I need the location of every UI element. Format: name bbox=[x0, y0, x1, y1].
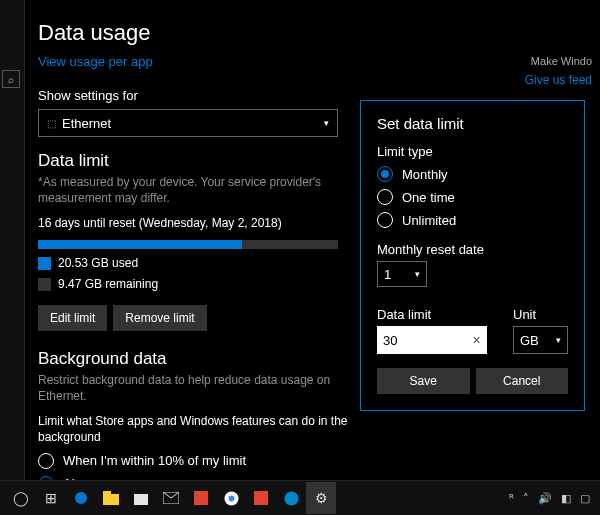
remaining-label: 9.47 GB remaining bbox=[58, 277, 158, 291]
svg-rect-3 bbox=[134, 494, 148, 505]
svg-rect-1 bbox=[103, 494, 119, 505]
corner-links: Make Windo Give us feed bbox=[525, 55, 592, 87]
edge-icon[interactable] bbox=[66, 482, 96, 514]
used-swatch bbox=[38, 257, 51, 270]
svg-point-0 bbox=[75, 492, 87, 504]
reset-date-value: 1 bbox=[384, 267, 391, 282]
radio-icon-selected bbox=[377, 166, 393, 182]
chevron-down-icon: ▾ bbox=[556, 335, 561, 345]
bg-limit-label: Limit what Store apps and Windows featur… bbox=[38, 414, 358, 445]
dialog-title: Set data limit bbox=[377, 115, 568, 132]
usage-progress-bar bbox=[38, 240, 338, 249]
volume-icon[interactable]: 🔊 bbox=[538, 492, 552, 505]
file-explorer-icon[interactable] bbox=[96, 482, 126, 514]
task-view-icon[interactable]: ⊞ bbox=[36, 482, 66, 514]
radio-icon bbox=[377, 212, 393, 228]
limit-type-monthly[interactable]: Monthly bbox=[377, 166, 568, 182]
taskbar: ◯ ⊞ ⚙ ᴿ ˄ 🔊 ◧ ▢ bbox=[0, 480, 600, 515]
usage-progress-fill bbox=[38, 240, 242, 249]
system-tray[interactable]: ᴿ ˄ 🔊 ◧ ▢ bbox=[509, 492, 590, 505]
todoist-icon[interactable] bbox=[246, 482, 276, 514]
telegram-icon[interactable] bbox=[276, 482, 306, 514]
svg-rect-2 bbox=[103, 491, 111, 495]
cortana-icon[interactable]: ◯ bbox=[6, 482, 36, 514]
data-limit-input[interactable]: 30 ✕ bbox=[377, 326, 487, 354]
cancel-button[interactable]: Cancel bbox=[476, 368, 569, 394]
svg-point-9 bbox=[284, 491, 298, 505]
activate-text: Make Windo bbox=[525, 55, 592, 67]
unit-value: GB bbox=[520, 333, 539, 348]
radio-icon bbox=[377, 189, 393, 205]
settings-icon[interactable]: ⚙ bbox=[306, 482, 336, 514]
chevron-down-icon: ▾ bbox=[415, 269, 420, 279]
limit-type-option-label: Monthly bbox=[402, 167, 448, 182]
limit-type-onetime[interactable]: One time bbox=[377, 189, 568, 205]
limit-type-label: Limit type bbox=[377, 144, 568, 159]
app-icon[interactable] bbox=[186, 482, 216, 514]
reset-date-label: Monthly reset date bbox=[377, 242, 568, 257]
limit-type-unlimited[interactable]: Unlimited bbox=[377, 212, 568, 228]
unit-label: Unit bbox=[513, 307, 568, 322]
tray-up-icon[interactable]: ˄ bbox=[523, 492, 529, 505]
measure-note: *As measured by your device. Your servic… bbox=[38, 175, 338, 206]
background-data-desc: Restrict background data to help reduce … bbox=[38, 373, 358, 404]
remaining-swatch bbox=[38, 278, 51, 291]
feedback-link[interactable]: Give us feed bbox=[525, 73, 592, 87]
chevron-down-icon: ▾ bbox=[324, 118, 329, 128]
settings-sidebar-stub: ⌕ bbox=[0, 0, 25, 480]
used-label: 20.53 GB used bbox=[58, 256, 138, 270]
save-button[interactable]: Save bbox=[377, 368, 470, 394]
svg-rect-8 bbox=[254, 491, 268, 505]
remove-limit-button[interactable]: Remove limit bbox=[113, 305, 206, 331]
network-select-value: Ethernet bbox=[62, 116, 111, 131]
store-icon[interactable] bbox=[126, 482, 156, 514]
data-limit-label: Data limit bbox=[377, 307, 503, 322]
search-icon[interactable]: ⌕ bbox=[2, 70, 20, 88]
svg-rect-5 bbox=[194, 491, 208, 505]
view-per-app-link[interactable]: View usage per app bbox=[38, 54, 153, 69]
ethernet-icon: ⬚ bbox=[47, 118, 56, 129]
svg-point-7 bbox=[228, 495, 234, 501]
tray-chevron-icon[interactable]: ᴿ bbox=[509, 492, 514, 505]
network-select[interactable]: ⬚ Ethernet ▾ bbox=[38, 109, 338, 137]
radio-icon bbox=[38, 453, 54, 469]
set-data-limit-dialog: Set data limit Limit type Monthly One ti… bbox=[360, 100, 585, 411]
bg-option-label: When I'm within 10% of my limit bbox=[63, 453, 246, 468]
data-limit-value: 30 bbox=[383, 333, 397, 348]
bg-option-within[interactable]: When I'm within 10% of my limit bbox=[38, 453, 600, 469]
clear-icon[interactable]: ✕ bbox=[472, 334, 481, 347]
edit-limit-button[interactable]: Edit limit bbox=[38, 305, 107, 331]
wifi-icon[interactable]: ◧ bbox=[561, 492, 571, 505]
unit-select[interactable]: GB ▾ bbox=[513, 326, 568, 354]
limit-type-option-label: Unlimited bbox=[402, 213, 456, 228]
chrome-icon[interactable] bbox=[216, 482, 246, 514]
limit-type-option-label: One time bbox=[402, 190, 455, 205]
reset-date-select[interactable]: 1 ▾ bbox=[377, 261, 427, 287]
action-center-icon[interactable]: ▢ bbox=[580, 492, 590, 505]
page-title: Data usage bbox=[38, 20, 600, 46]
mail-icon[interactable] bbox=[156, 482, 186, 514]
